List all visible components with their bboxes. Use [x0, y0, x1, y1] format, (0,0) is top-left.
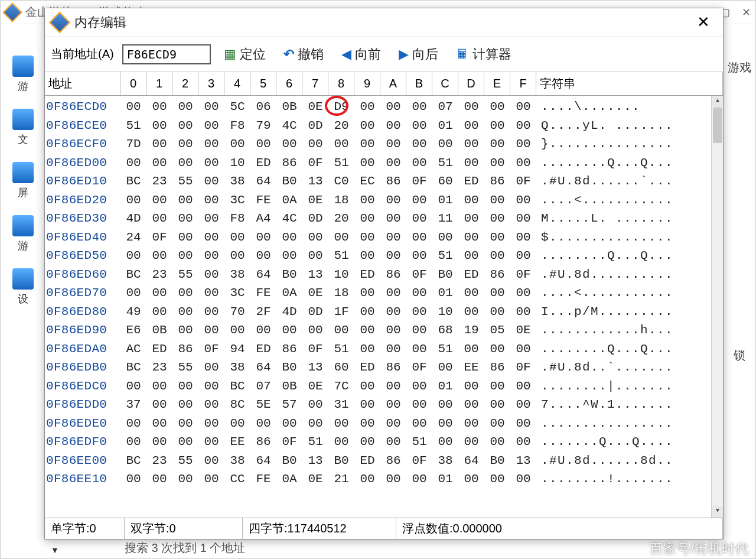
hex-cell[interactable]: 00	[354, 191, 380, 210]
hex-cell[interactable]: 51	[328, 154, 354, 173]
hex-cell[interactable]: 0F	[406, 358, 432, 377]
hex-cell[interactable]: 00	[380, 191, 406, 210]
hex-cell[interactable]: 86	[250, 433, 276, 451]
hex-cell[interactable]: 00	[302, 321, 328, 340]
hex-row[interactable]: 0F86ECE051000000F8794C0D2000000001000000…	[45, 116, 723, 135]
hex-cell[interactable]: 00	[380, 321, 406, 340]
hex-cell[interactable]: 00	[198, 191, 224, 210]
hex-row[interactable]: 0F86ED60BC2355003864B01310ED860FB0ED860F…	[45, 265, 723, 284]
hex-cell[interactable]: 37	[120, 395, 146, 414]
hex-cell[interactable]: 00	[510, 154, 536, 173]
hex-cell[interactable]: 55	[172, 451, 198, 470]
hex-cell[interactable]: 00	[120, 414, 146, 433]
hex-cell[interactable]: B0	[432, 265, 458, 284]
hex-cell[interactable]: 51	[302, 433, 328, 451]
hex-cell[interactable]: 00	[458, 395, 484, 414]
hex-cell[interactable]: ED	[354, 265, 380, 284]
hex-cell[interactable]: EE	[458, 358, 484, 377]
header-col-0[interactable]: 0	[120, 72, 146, 95]
hex-cell[interactable]: A4	[250, 209, 276, 228]
hex-cell[interactable]: 00	[198, 414, 224, 433]
hex-cell[interactable]: 10	[328, 265, 354, 284]
hex-cell[interactable]: 00	[406, 321, 432, 340]
next-button[interactable]: ▶向后	[394, 43, 443, 66]
hex-cell[interactable]: 00	[406, 228, 432, 247]
hex-cell[interactable]: 00	[380, 246, 406, 265]
hex-cell[interactable]: 00	[354, 377, 380, 396]
hex-cell[interactable]: 00	[120, 433, 146, 451]
hex-cell[interactable]: 00	[484, 395, 510, 414]
hex-cell[interactable]: 60	[328, 358, 354, 377]
hex-cell[interactable]: B0	[276, 358, 302, 377]
hex-cell[interactable]: ED	[458, 265, 484, 284]
hex-cell[interactable]: 00	[120, 246, 146, 265]
hex-cell[interactable]: 00	[510, 303, 536, 321]
hex-cell[interactable]: 20	[328, 209, 354, 228]
hex-cell[interactable]: 00	[354, 209, 380, 228]
hex-cell[interactable]: 7C	[328, 377, 354, 396]
undo-button[interactable]: ↶撤销	[279, 43, 328, 66]
header-col-6[interactable]: 6	[276, 72, 302, 95]
hex-cell[interactable]: 00	[484, 228, 510, 247]
hex-cell[interactable]: 00	[380, 377, 406, 396]
hex-cell[interactable]: 00	[406, 191, 432, 210]
hex-cell[interactable]: 19	[458, 321, 484, 340]
hex-cell[interactable]: 86	[380, 358, 406, 377]
hex-cell[interactable]: 00	[172, 135, 198, 154]
hex-cell[interactable]: 00	[250, 246, 276, 265]
hex-cell[interactable]: 00	[354, 303, 380, 321]
hex-cell[interactable]: 00	[484, 135, 510, 154]
hex-cell[interactable]: 00	[172, 154, 198, 173]
sidebar-item-5[interactable]: 设	[1, 261, 45, 314]
hex-cell[interactable]: 00	[146, 433, 172, 451]
hex-cell[interactable]: 0F	[406, 265, 432, 284]
hex-cell[interactable]: 00	[510, 284, 536, 303]
hex-cell[interactable]: F8	[224, 209, 250, 228]
hex-cell[interactable]: 00	[380, 116, 406, 135]
dropdown-icon[interactable]: ▼	[51, 545, 59, 555]
hex-cell[interactable]: 00	[458, 154, 484, 173]
hex-cell[interactable]: 00	[198, 451, 224, 470]
header-col-F[interactable]: F	[510, 72, 536, 95]
hex-cell[interactable]: 00	[380, 228, 406, 247]
hex-cell[interactable]: 51	[120, 116, 146, 135]
hex-cell[interactable]: 00	[406, 284, 432, 303]
hex-cell[interactable]: 00	[380, 209, 406, 228]
hex-cell[interactable]: 00	[484, 340, 510, 359]
hex-cell[interactable]: 00	[276, 135, 302, 154]
hex-cell[interactable]: 00	[224, 321, 250, 340]
hex-cell[interactable]: 13	[510, 451, 536, 470]
hex-cell[interactable]: BC	[224, 377, 250, 396]
hex-cell[interactable]: 64	[250, 265, 276, 284]
hex-cell[interactable]: 00	[432, 135, 458, 154]
hex-cell[interactable]: 00	[146, 284, 172, 303]
hex-cell[interactable]: 51	[328, 246, 354, 265]
hex-cell[interactable]: 00	[198, 358, 224, 377]
hex-cell[interactable]: 00	[354, 135, 380, 154]
hex-cell[interactable]: 07	[432, 98, 458, 116]
hex-cell[interactable]: 00	[250, 414, 276, 433]
hex-cell[interactable]: 00	[458, 470, 484, 489]
hex-cell[interactable]: 00	[484, 98, 510, 116]
hex-cell[interactable]: 0A	[276, 284, 302, 303]
prev-button[interactable]: ◀向前	[337, 43, 386, 66]
hex-cell[interactable]: 00	[198, 395, 224, 414]
hex-cell[interactable]: 00	[172, 414, 198, 433]
hex-cell[interactable]: 00	[302, 228, 328, 247]
hex-cell[interactable]: 00	[198, 377, 224, 396]
hex-cell[interactable]: 00	[432, 414, 458, 433]
hex-cell[interactable]: 7D	[120, 135, 146, 154]
hex-cell[interactable]: 86	[380, 451, 406, 470]
hex-cell[interactable]: 00	[510, 98, 536, 116]
hex-cell[interactable]: 86	[484, 172, 510, 191]
hex-cell[interactable]: 55	[172, 265, 198, 284]
hex-cell[interactable]: 23	[146, 451, 172, 470]
hex-cell[interactable]: 00	[354, 246, 380, 265]
hex-cell[interactable]: 0D	[302, 303, 328, 321]
hex-cell[interactable]: 64	[458, 451, 484, 470]
hex-cell[interactable]: 06	[250, 98, 276, 116]
hex-cell[interactable]: 86	[484, 358, 510, 377]
header-string[interactable]: 字符串	[536, 72, 723, 95]
hex-cell[interactable]: 00	[406, 246, 432, 265]
hex-cell[interactable]: ED	[354, 358, 380, 377]
